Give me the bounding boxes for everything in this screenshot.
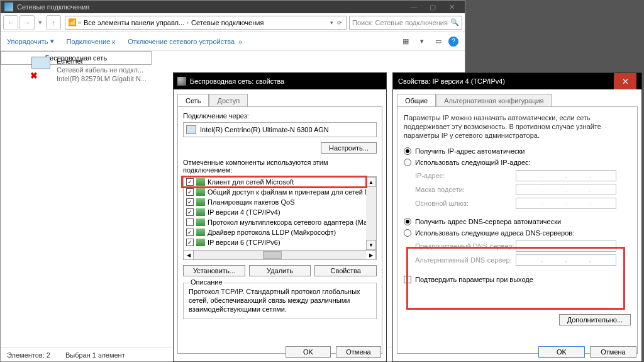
- search-placeholder: Поиск: Сетевые подключения: [352, 19, 448, 26]
- list-item: Протокол мультиплексора сетевого адаптер…: [184, 217, 376, 227]
- connection-ethernet[interactable]: ✖ Ethernet Сетевой кабель не подкл... In…: [29, 54, 174, 86]
- nav-back-button[interactable]: ←: [3, 15, 18, 30]
- cancel-button[interactable]: Отмена: [590, 346, 636, 358]
- tab-alternate-config[interactable]: Альтернативная конфигурация: [436, 94, 552, 107]
- props-title: Беспроводная сеть: свойства: [190, 77, 284, 85]
- checkbox-icon: [404, 276, 411, 283]
- dns1-row: Предпочитаемый DNS-сервер:...: [415, 240, 631, 252]
- address-bar[interactable]: 📶 « Все элементы панели управл... › Сете…: [65, 16, 347, 30]
- more-dropdown-icon[interactable]: »: [238, 38, 242, 45]
- description-fieldset: Описание Протокол TCP/IP. Стандартный пр…: [183, 283, 377, 319]
- refresh-button[interactable]: ⟳: [337, 20, 342, 26]
- ipv4-title: Свойства: IP версии 4 (TCP/IPv4): [398, 77, 505, 85]
- ip-address-input[interactable]: ...: [516, 170, 616, 181]
- list-item: Общий доступ к файлам и принтерам для се…: [184, 187, 376, 197]
- folder-icon: 📶: [68, 18, 77, 26]
- view-dropdown-icon[interactable]: ▾: [416, 35, 428, 48]
- subnet-mask-row: Маска подсети:...: [415, 184, 631, 195]
- checkbox[interactable]: [186, 218, 194, 226]
- subnet-mask-input[interactable]: ...: [516, 184, 616, 195]
- scroll-up-icon[interactable]: ▲: [366, 177, 376, 187]
- list-item: Драйвер протокола LLDP (Майкрософт): [184, 227, 376, 237]
- checkbox[interactable]: [186, 239, 194, 246]
- checkbox[interactable]: [186, 208, 194, 216]
- props-titlebar[interactable]: Беспроводная сеть: свойства: [174, 73, 386, 89]
- description-label: Описание: [189, 278, 225, 286]
- radio-ip-manual[interactable]: Использовать следующий IP-адрес:: [404, 159, 631, 166]
- wireless-properties-window: Беспроводная сеть: свойства Сеть Доступ …: [173, 72, 387, 362]
- list-item-ipv4: IP версии 4 (TCP/IPv4): [184, 207, 376, 217]
- close-button[interactable]: ✕: [442, 1, 461, 13]
- scroll-down-icon[interactable]: ▼: [366, 240, 376, 250]
- gateway-input[interactable]: ...: [516, 198, 616, 209]
- checkbox[interactable]: [186, 188, 194, 196]
- ethernet-status: Сетевой кабель не подкл...: [57, 65, 171, 74]
- nav-forward-button[interactable]: →: [19, 15, 35, 30]
- component-icon: [196, 198, 205, 206]
- description-text: Протокол TCP/IP. Стандартный протокол гл…: [189, 287, 371, 314]
- scroll-right-icon[interactable]: ▶: [366, 251, 376, 259]
- window-title: Сетевые подключения: [17, 3, 89, 11]
- radio-ip-auto[interactable]: Получить IP-адрес автоматически: [404, 147, 631, 155]
- ip-address-row: IP-адрес:...: [415, 170, 631, 181]
- properties-button[interactable]: Свойства: [314, 265, 377, 276]
- view-small-icon[interactable]: ▦: [399, 35, 412, 48]
- status-selected: Выбран 1 элемент: [65, 351, 125, 359]
- list-item: IP версии 6 (TCP/IPv6): [184, 237, 376, 247]
- details-pane-icon[interactable]: ▭: [432, 35, 445, 48]
- dns2-row: Альтернативный DNS-сервер:...: [415, 254, 631, 266]
- checkbox[interactable]: [186, 178, 194, 186]
- ok-button[interactable]: OK: [286, 346, 331, 358]
- status-item-count: Элементов: 2: [7, 351, 50, 359]
- component-icon: [196, 218, 205, 226]
- dns1-input[interactable]: ...: [516, 240, 616, 252]
- connect-to-menu[interactable]: Подключение к: [67, 38, 116, 45]
- scroll-left-icon[interactable]: ◀: [184, 251, 194, 259]
- close-button[interactable]: ✕: [614, 73, 636, 89]
- nav-up-button[interactable]: ↑: [46, 15, 61, 30]
- radio-dns-auto[interactable]: Получить адрес DNS-сервера автоматически: [404, 218, 631, 225]
- advanced-button[interactable]: Дополнительно...: [559, 314, 631, 325]
- install-button[interactable]: Установить...: [183, 265, 245, 276]
- search-input[interactable]: Поиск: Сетевые подключения 🔍: [349, 16, 462, 30]
- list-vscrollbar[interactable]: ▲ ▼: [366, 177, 376, 250]
- tab-access[interactable]: Доступ: [209, 94, 248, 107]
- nav-recent-dropdown[interactable]: ▾: [36, 15, 45, 30]
- adapter-box: Intel(R) Centrino(R) Ultimate-N 6300 AGN: [183, 122, 377, 137]
- explorer-titlebar[interactable]: Сетевые подключения — ▢ ✕: [1, 1, 465, 13]
- radio-dns-manual[interactable]: Использовать следующие адреса DNS-сервер…: [404, 229, 631, 237]
- cancel-button[interactable]: Отмена: [336, 346, 381, 358]
- connect-via-label: Подключение через:: [183, 112, 377, 120]
- app-icon: [4, 3, 13, 11]
- organize-menu[interactable]: Упорядочить ▾: [7, 37, 54, 45]
- help-icon[interactable]: ?: [448, 37, 458, 47]
- dns2-input[interactable]: ...: [516, 254, 616, 266]
- breadcrumb-root[interactable]: Все элементы панели управл...: [84, 19, 184, 26]
- list-item: Планировщик пакетов QoS: [184, 197, 376, 207]
- validate-on-exit-checkbox[interactable]: Подтвердить параметры при выходе: [404, 276, 631, 283]
- radio-icon: [404, 229, 411, 237]
- list-hscrollbar[interactable]: ◀ ▶: [183, 250, 377, 260]
- tab-general[interactable]: Общие: [397, 94, 436, 107]
- disable-device-menu[interactable]: Отключение сетевого устройства: [128, 38, 235, 45]
- ipv4-titlebar[interactable]: Свойства: IP версии 4 (TCP/IPv4) ✕: [393, 73, 641, 89]
- checkbox[interactable]: [186, 229, 194, 236]
- breadcrumb-current[interactable]: Сетевые подключения: [191, 19, 264, 26]
- network-card-icon: [186, 125, 196, 134]
- search-icon: 🔍: [450, 18, 459, 26]
- scrollbar-thumb[interactable]: [263, 251, 282, 259]
- components-list[interactable]: Клиент для сетей Microsoft Общий доступ …: [183, 176, 377, 251]
- minimize-button[interactable]: —: [404, 1, 423, 13]
- remove-button[interactable]: Удалить: [249, 265, 311, 276]
- checkbox[interactable]: [186, 198, 194, 206]
- configure-button[interactable]: Настроить...: [321, 142, 377, 154]
- adapter-name: Intel(R) Centrino(R) Ultimate-N 6300 AGN: [200, 126, 329, 133]
- components-label: Отмеченные компоненты используются этим …: [183, 159, 377, 174]
- tab-network[interactable]: Сеть: [177, 94, 209, 107]
- explorer-nav: ← → ▾ ↑ 📶 « Все элементы панели управл..…: [1, 13, 465, 32]
- ipv4-description: Параметры IP можно назначать автоматичес…: [404, 113, 631, 140]
- ok-button[interactable]: OK: [538, 346, 585, 358]
- window-controls: — ▢ ✕: [404, 1, 461, 13]
- radio-icon: [404, 218, 411, 225]
- maximize-button[interactable]: ▢: [423, 1, 442, 13]
